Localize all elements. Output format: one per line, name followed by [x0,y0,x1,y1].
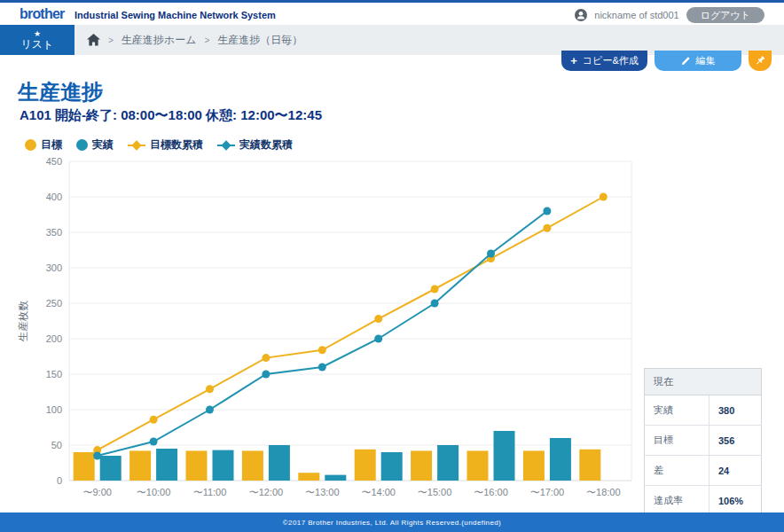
summary-value: 380 [710,395,762,426]
line-point[interactable] [318,346,326,354]
pencil-icon [681,56,691,66]
line-point[interactable] [600,193,608,201]
bar[interactable] [129,450,151,481]
bar[interactable] [298,473,319,481]
summary-label: 差 [645,456,710,486]
bar[interactable] [156,449,177,481]
bar[interactable] [437,445,459,481]
x-tick-label: 〜9:00 [82,487,111,497]
cumulative-line [98,197,604,450]
line-point[interactable] [150,438,158,446]
copyright-text: ©2017 Brother Industries, Ltd. All Right… [283,519,501,527]
plus-icon: + [570,55,577,66]
page-footer: ©2017 Brother Industries, Ltd. All Right… [0,512,784,532]
bar[interactable] [213,450,234,481]
production-chart: 050100150200250300350400450〜9:00〜10:00〜1… [0,151,639,505]
line-point[interactable] [431,300,439,308]
sidebar-tab-list[interactable]: ★ リスト [0,25,74,55]
bar[interactable] [242,450,263,481]
edit-button[interactable]: 編集 [655,51,741,71]
summary-header: 現在 [645,369,762,395]
actual-dot-icon [76,139,88,151]
line-point[interactable] [374,315,382,323]
app-header: brother Industrial Sewing Machine Networ… [0,3,784,25]
summary-label: 達成率 [645,486,710,516]
table-row: 達成率 106% [645,486,762,516]
x-tick-label: 〜11:00 [193,487,227,497]
y-axis-title: 生産枚数 [18,301,28,343]
y-tick-label: 0 [57,475,62,486]
page-title: 生産進捗 [18,78,103,106]
summary-value: 356 [710,426,762,456]
actual-line-icon [217,145,235,146]
x-tick-label: 〜14:00 [361,487,396,497]
line-point[interactable] [262,371,270,379]
page-subtitle: A101 開始-終了: 08:00〜18:00 休憩: 12:00〜12:45 [20,107,322,124]
breadcrumb-separator: > [108,35,114,45]
y-tick-label: 400 [46,192,62,202]
y-tick-label: 200 [46,333,62,344]
summary-value: 24 [710,456,762,486]
target-dot-icon [25,139,36,151]
bar[interactable] [381,452,403,481]
y-tick-label: 450 [46,156,62,167]
breadcrumb-home[interactable]: 生産進捗ホーム [122,33,197,48]
bar[interactable] [579,450,600,481]
line-point[interactable] [262,354,270,362]
bar[interactable] [325,475,346,481]
summary-label: 実績 [645,395,710,426]
bar[interactable] [494,431,515,481]
line-point[interactable] [93,452,101,460]
user-area: nickname of std001 ログアウト [575,6,764,24]
table-row: 目標 356 [645,426,762,456]
chart-svg: 050100150200250300350400450〜9:00〜10:00〜1… [0,151,639,505]
cumulative-line [98,211,547,456]
bar[interactable] [411,450,432,481]
line-point[interactable] [374,335,382,343]
bar[interactable] [269,445,290,481]
target-line-icon [128,145,145,146]
summary-value: 106% [710,486,762,516]
line-point[interactable] [487,250,495,258]
line-point[interactable] [206,385,214,393]
y-tick-label: 50 [51,440,62,450]
y-tick-label: 300 [46,262,62,273]
x-tick-label: 〜18:00 [586,487,621,497]
bar[interactable] [100,456,122,481]
bar[interactable] [467,450,489,481]
line-point[interactable] [206,406,214,414]
brother-logo: brother [20,6,64,22]
line-point[interactable] [543,207,551,215]
bar[interactable] [355,450,376,481]
app-title: Industrial Sewing Machine Network System [74,10,276,20]
breadcrumb: > 生産進捗ホーム > 生産進捗（日毎） [87,25,302,55]
breadcrumb-current: 生産進捗（日毎） [217,33,302,48]
pin-button[interactable] [749,51,772,71]
x-tick-label: 〜10:00 [137,487,171,497]
summary-label: 目標 [645,426,710,456]
logout-button[interactable]: ログアウト [686,7,764,23]
bar[interactable] [550,438,571,481]
copy-create-button[interactable]: + コピー&作成 [561,51,647,71]
line-point[interactable] [318,364,326,372]
table-row: 差 24 [645,456,762,486]
copy-create-label: コピー&作成 [583,54,639,67]
bar[interactable] [74,452,95,481]
user-nickname: nickname of std001 [594,10,678,20]
y-tick-label: 150 [46,369,62,379]
line-point[interactable] [150,416,158,424]
action-buttons: + コピー&作成 編集 [561,51,772,71]
y-tick-label: 100 [46,404,62,415]
bar[interactable] [186,450,208,481]
x-tick-label: 〜13:00 [305,487,340,497]
line-point[interactable] [543,224,551,232]
pushpin-icon [754,54,766,67]
table-row: 実績 380 [645,395,762,426]
edit-label: 編集 [696,54,716,67]
y-tick-label: 350 [46,227,62,238]
bar[interactable] [523,450,545,481]
breadcrumb-separator: > [204,35,209,45]
current-summary-table: 現在 実績 380 目標 356 差 24 達成率 106% [644,368,762,516]
home-icon[interactable] [87,34,100,46]
line-point[interactable] [431,286,439,293]
